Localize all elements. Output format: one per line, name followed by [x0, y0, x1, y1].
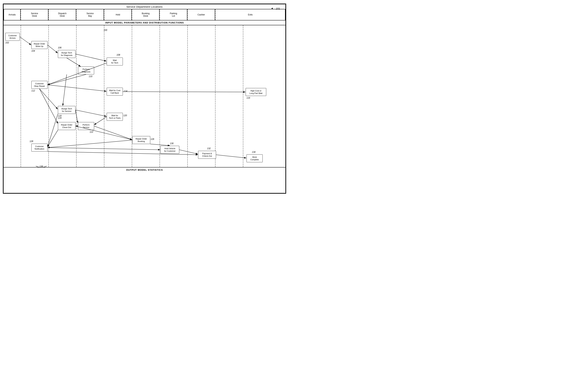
divider-3	[76, 25, 77, 172]
col-cashier: Cashier	[187, 9, 215, 20]
label-112: 112	[31, 90, 35, 92]
label-108: 108	[117, 54, 120, 56]
svg-line-24	[150, 144, 170, 146]
label-120: 120	[123, 114, 127, 117]
col-hold: Hold	[104, 9, 132, 20]
svg-line-7	[48, 85, 106, 91]
box-payment-checkout: Payment &CHeck-Out	[198, 151, 216, 159]
svg-line-2	[48, 45, 58, 53]
divider-9	[243, 25, 243, 172]
svg-line-17	[94, 126, 132, 140]
divider-7	[187, 25, 188, 172]
label-134: 134	[252, 151, 255, 153]
box-repair-order-closeout: Repair OrderClose-Out	[58, 122, 75, 130]
label-104: 104	[31, 50, 35, 52]
col-dispatch-desk: DispatchDesk	[48, 9, 76, 20]
col-parking-lot: ParkingLot	[160, 9, 187, 20]
box-customer-arrives: CustomerArrives	[5, 33, 20, 41]
label-130: 130	[170, 142, 174, 145]
svg-line-15	[94, 117, 107, 125]
col-arrivals: Arrivals	[3, 9, 21, 20]
svg-line-22	[179, 150, 198, 154]
svg-line-3	[75, 54, 106, 61]
box-hold-vehicle: Hold Vehiclefor Customer	[160, 146, 179, 154]
label-106: 106	[58, 47, 61, 49]
output-bar: OUTPUT MODEL STATISTICS	[3, 167, 286, 172]
label-114: 114	[124, 90, 127, 92]
col-exits: Exits	[215, 9, 286, 20]
divider-4	[104, 25, 104, 172]
label-102: 102	[5, 42, 9, 44]
box-wait-tech-parts: Wait forTech or Parts	[107, 113, 123, 121]
svg-line-19	[48, 140, 132, 147]
svg-line-23	[216, 155, 246, 158]
label-122: 122	[90, 131, 93, 133]
svg-line-13	[63, 74, 67, 106]
label-132: 132	[207, 147, 211, 150]
box-high-cost: High Cost orLong Part Wait	[246, 88, 266, 96]
divider-2	[48, 25, 49, 172]
diagram-area: 100 CustomerArrives 102 Repair OrderWrit…	[3, 25, 286, 172]
box-repair-order-writeup: Repair OrderWrite-Up	[31, 41, 48, 49]
label-100: 100	[104, 29, 107, 31]
label-126: 126	[151, 138, 154, 141]
col-service-desk: ServiceDesk	[21, 9, 48, 20]
divider-5	[132, 25, 132, 172]
label-110: 110	[89, 75, 92, 78]
box-perform-service: PerformService	[78, 122, 94, 130]
col-service-bay: ServiceBay	[76, 9, 104, 20]
box-assign-tech-service: Assign Techfor Service	[58, 106, 75, 114]
svg-line-1	[20, 37, 31, 45]
svg-line-11	[75, 110, 106, 116]
box-repair-order-booking: Repair OrderBooking	[132, 136, 150, 144]
box-customer-notification: CustomerNotification	[31, 144, 48, 151]
divider-1	[21, 25, 21, 172]
svg-line-18	[48, 130, 58, 147]
box-customer-okay-repair: CustomerOkay Repair	[31, 81, 48, 89]
page-wrapper: 101 ◄ Service Department Locations Arriv…	[3, 3, 286, 194]
svg-line-5	[48, 74, 86, 85]
col-booking-desk: BookingDesk	[132, 9, 160, 20]
svg-line-8	[123, 92, 245, 92]
box-wait-for-tech: Waitfor Tech	[107, 57, 123, 65]
label-116: 116	[246, 97, 250, 99]
divider-8	[215, 25, 215, 172]
svg-line-4	[67, 58, 81, 66]
columns-row: Arrivals ServiceDesk DispatchDesk Servic…	[3, 9, 286, 20]
main-content: 101 ◄ Service Department Locations Arriv…	[3, 4, 286, 193]
label-124: 124	[58, 117, 61, 119]
input-params-bar: INPUT MODEL PARAMETERS AND DISTRIBUTION …	[3, 20, 286, 25]
svg-line-10	[75, 110, 78, 123]
label-128: 128	[30, 140, 33, 143]
ref-arrow: ◄	[271, 7, 273, 10]
ref-number: 101	[276, 7, 280, 10]
box-assign-tech-diagnosis: Assign Techfor Diagnosis	[58, 50, 75, 58]
page-title: Service Department Locations	[3, 4, 286, 9]
box-perform-diagnosis: PerformDiagnosis	[78, 66, 94, 74]
box-wait-cust-callback: Wait for CustCall Back	[107, 88, 123, 96]
svg-line-20	[48, 114, 58, 147]
divider-6	[160, 25, 160, 172]
svg-line-6	[48, 63, 107, 85]
box-work-complete: WorkComplete	[246, 154, 263, 162]
